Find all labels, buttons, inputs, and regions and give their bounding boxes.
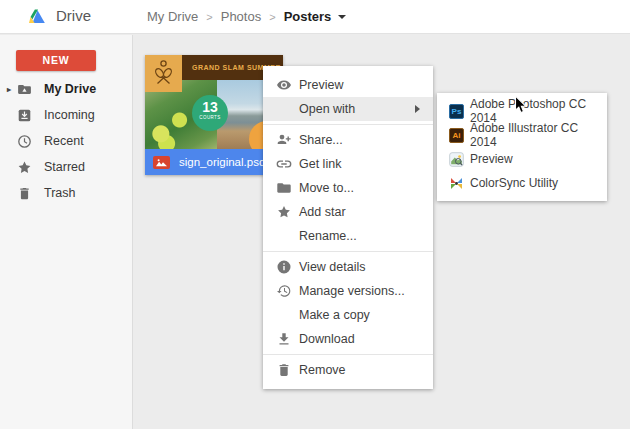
context-menu: Preview Open with Share... Get link Move…: [263, 66, 433, 389]
sidebar-nav: ▸ My Drive Incoming Recent Sta: [0, 76, 132, 206]
menu-item-label: Get link: [299, 157, 341, 171]
illustrator-icon: Ai: [449, 128, 464, 143]
sidebar-item-my-drive[interactable]: ▸ My Drive: [0, 76, 132, 102]
recent-clock-icon: [17, 134, 32, 149]
menu-item-view-details[interactable]: View details: [263, 255, 433, 279]
breadcrumb-my-drive[interactable]: My Drive: [147, 9, 198, 24]
link-icon: [276, 156, 292, 172]
tennis-rackets-icon: [145, 55, 182, 92]
menu-icon-spacer: [276, 228, 292, 244]
menu-item-label: Remove: [299, 363, 346, 377]
menu-item-move-to[interactable]: Move to...: [263, 176, 433, 200]
courts-badge: 13 COURTS: [192, 95, 228, 131]
menu-icon-spacer: [276, 101, 292, 117]
trash-icon: [276, 362, 292, 378]
expand-arrow-icon[interactable]: ▸: [7, 85, 17, 94]
submenu-item-label: Adobe Illustrator CC 2014: [470, 121, 607, 149]
menu-item-label: Move to...: [299, 181, 354, 195]
sidebar-item-label: My Drive: [44, 82, 96, 96]
sidebar: NEW ▸ My Drive Incoming Recent: [0, 35, 133, 429]
menu-item-share[interactable]: Share...: [263, 128, 433, 152]
app-title: Drive: [56, 7, 91, 24]
mac-preview-icon: [449, 152, 464, 167]
breadcrumb-separator: >: [206, 11, 212, 23]
sidebar-item-recent[interactable]: Recent: [0, 128, 132, 154]
menu-item-label: Make a copy: [299, 308, 370, 322]
google-drive-logo-icon: [29, 9, 45, 28]
photoshop-icon: Ps: [449, 104, 464, 119]
folder-menu-caret-icon[interactable]: [338, 15, 346, 19]
eye-icon: [276, 77, 292, 93]
sidebar-item-incoming[interactable]: Incoming: [0, 102, 132, 128]
sidebar-item-label: Trash: [44, 186, 76, 200]
menu-item-remove[interactable]: Remove: [263, 358, 433, 382]
menu-item-download[interactable]: Download: [263, 327, 433, 351]
menu-item-label: Open with: [299, 102, 355, 116]
info-icon: [276, 259, 292, 275]
submenu-item-label: Preview: [470, 152, 513, 166]
sidebar-item-label: Recent: [44, 134, 84, 148]
download-icon: [276, 331, 292, 347]
badge-label: COURTS: [192, 114, 228, 121]
menu-item-label: View details: [299, 260, 365, 274]
menu-item-preview[interactable]: Preview: [263, 73, 433, 97]
trash-icon: [17, 186, 32, 201]
menu-item-label: Manage versions...: [299, 284, 405, 298]
breadcrumb: My Drive > Photos > Posters: [147, 0, 346, 33]
incoming-inbox-icon: [17, 108, 32, 123]
menu-item-label: Preview: [299, 78, 343, 92]
sidebar-item-trash[interactable]: Trash: [0, 180, 132, 206]
breadcrumb-current-label: Posters: [284, 9, 332, 24]
menu-icon-spacer: [276, 307, 292, 323]
menu-divider: [263, 251, 433, 252]
breadcrumb-separator: >: [269, 11, 275, 23]
colorsync-icon: [449, 176, 464, 191]
file-name: sign_original.psd: [179, 156, 265, 168]
star-icon: [276, 204, 292, 220]
menu-item-label: Rename...: [299, 229, 357, 243]
open-with-submenu: Ps Adobe Photoshop CC 2014 Ai Adobe Illu…: [437, 93, 607, 201]
sidebar-item-label: Starred: [44, 160, 85, 174]
breadcrumb-photos[interactable]: Photos: [221, 9, 261, 24]
menu-item-label: Share...: [299, 133, 343, 147]
history-icon: [276, 283, 292, 299]
menu-item-manage-versions[interactable]: Manage versions...: [263, 279, 433, 303]
menu-item-get-link[interactable]: Get link: [263, 152, 433, 176]
submenu-arrow-icon: [415, 105, 420, 113]
menu-item-add-star[interactable]: Add star: [263, 200, 433, 224]
submenu-item-illustrator[interactable]: Ai Adobe Illustrator CC 2014: [437, 123, 607, 147]
new-button[interactable]: NEW: [16, 50, 96, 71]
submenu-item-photoshop[interactable]: Ps Adobe Photoshop CC 2014: [437, 99, 607, 123]
sidebar-item-starred[interactable]: Starred: [0, 154, 132, 180]
person-add-icon: [276, 132, 292, 148]
image-file-icon: [153, 156, 170, 169]
submenu-item-preview[interactable]: Preview: [437, 147, 607, 171]
submenu-item-colorsync[interactable]: ColorSync Utility: [437, 171, 607, 195]
menu-item-label: Download: [299, 332, 355, 346]
star-icon: [17, 160, 32, 175]
menu-item-rename[interactable]: Rename...: [263, 224, 433, 248]
menu-item-label: Add star: [299, 205, 346, 219]
sidebar-item-label: Incoming: [44, 108, 95, 122]
menu-item-make-a-copy[interactable]: Make a copy: [263, 303, 433, 327]
submenu-item-label: ColorSync Utility: [470, 176, 558, 190]
menu-divider: [263, 124, 433, 125]
app-header: Drive My Drive > Photos > Posters: [0, 0, 630, 34]
menu-divider: [263, 354, 433, 355]
breadcrumb-current-folder[interactable]: Posters: [284, 9, 347, 24]
my-drive-folder-icon: [17, 82, 32, 97]
menu-item-open-with[interactable]: Open with: [263, 97, 433, 121]
folder-icon: [276, 180, 292, 196]
badge-number: 13: [192, 100, 228, 114]
